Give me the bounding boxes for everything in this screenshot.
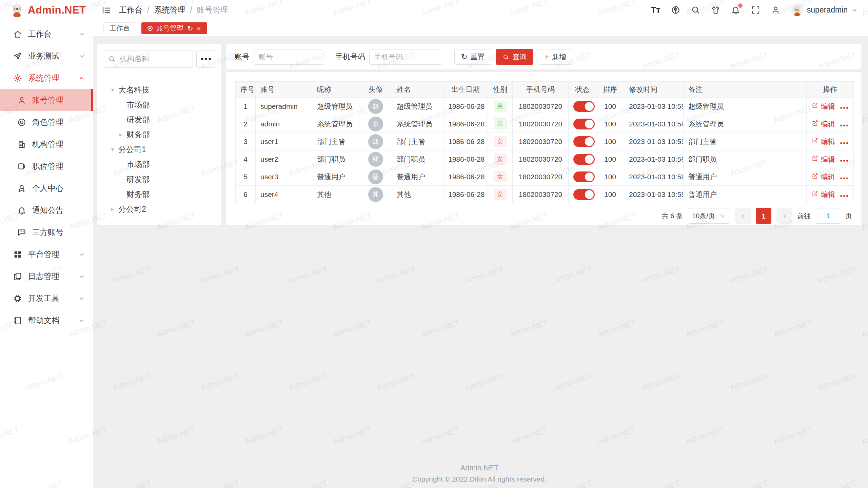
sidebar-item-position-mgmt[interactable]: 职位管理 [0, 155, 93, 177]
tree-node[interactable]: 财务部 [101, 187, 218, 202]
tree-node[interactable]: 研发部 [101, 172, 218, 187]
sidebar-item-business-test[interactable]: 业务测试 [0, 45, 93, 67]
edit-button[interactable]: 编辑 [811, 137, 835, 146]
search-icon[interactable] [691, 5, 701, 15]
font-size-icon[interactable]: Tт [651, 5, 660, 15]
notification-icon[interactable] [731, 5, 741, 15]
tree-node[interactable]: 市场部 [101, 157, 218, 172]
more-actions-icon[interactable]: ●●● [840, 176, 849, 181]
tags-bar: 工作台账号管理↻× [93, 20, 868, 36]
prev-page-button[interactable]: ‹ [735, 208, 751, 224]
tree-expand-icon[interactable]: ▸ [116, 131, 125, 138]
breadcrumb-item[interactable]: 工作台 [119, 5, 142, 15]
tree-node[interactable]: ▸财务部 [101, 127, 218, 142]
edit-button[interactable]: 编辑 [811, 119, 835, 129]
more-actions-icon[interactable]: ●●● [840, 193, 849, 198]
org-tree-header: ●●● [97, 44, 221, 74]
org-more-button[interactable]: ●●● [196, 50, 216, 68]
cell-status [569, 133, 596, 150]
cell-gender: 女 [488, 168, 513, 186]
cell-remark: 普通用户 [684, 186, 807, 203]
cell-action: 编辑●●● [807, 168, 854, 186]
sidebar-item-help-docs[interactable]: 帮助文档 [0, 309, 93, 331]
status-toggle[interactable] [573, 101, 595, 112]
sidebar-item-dev-tools[interactable]: 开发工具 [0, 287, 93, 309]
gender-badge: 女 [494, 171, 507, 182]
tree-node[interactable]: ▸分公司2 [101, 202, 218, 217]
cell-avatar: 其 [359, 186, 392, 203]
sidebar-item-personal-center[interactable]: 个人中心 [0, 177, 93, 199]
sidebar-item-account-mgmt[interactable]: 账号管理 [0, 89, 93, 111]
table-row: 5user3普通用户普普通用户1986-06-28女18020030720100… [236, 168, 854, 186]
breadcrumb-item[interactable]: 系统管理 [154, 5, 185, 15]
edit-button[interactable]: 编辑 [811, 172, 835, 182]
page-size-select[interactable]: 10条/页 [688, 208, 730, 224]
status-toggle[interactable] [573, 119, 595, 129]
breadcrumb: 工作台/系统管理/账号管理 [119, 5, 228, 15]
tab-workbench[interactable]: 工作台 [103, 22, 136, 34]
edit-button[interactable]: 编辑 [811, 155, 835, 164]
sidebar-item-org-mgmt[interactable]: 机构管理 [0, 133, 93, 155]
tree-node[interactable]: 研发部 [101, 112, 218, 127]
chevron-down-icon [78, 295, 85, 302]
chat-icon [17, 228, 26, 237]
cell-nickname: 普通用户 [312, 168, 359, 186]
cell-name: 系统管理员 [392, 115, 443, 133]
cell-action: 编辑●●● [807, 150, 854, 168]
sidebar-item-platform-mgmt[interactable]: 平台管理 [0, 243, 93, 265]
fullscreen-icon[interactable] [751, 5, 761, 15]
cell-index: 1 [236, 98, 256, 115]
edit-button[interactable]: 编辑 [811, 102, 835, 111]
more-actions-icon[interactable]: ●●● [840, 105, 849, 110]
table-row: 1superadmin超级管理员超超级管理员1986-06-28男1802003… [236, 98, 854, 115]
tree-node[interactable]: 市场部 [101, 97, 218, 112]
cell-avatar: 部 [359, 133, 392, 150]
cell-account: user3 [256, 168, 312, 186]
status-toggle[interactable] [573, 171, 595, 182]
sidebar-item-third-party-account[interactable]: 三方账号 [0, 221, 93, 243]
sidebar-item-workbench[interactable]: 工作台 [0, 23, 93, 45]
tree-node[interactable]: ▾大名科技 [101, 82, 218, 97]
sidebar-item-role-mgmt[interactable]: 角色管理 [0, 111, 93, 133]
sidebar-item-system-mgmt[interactable]: 系统管理 [0, 67, 93, 89]
org-tree: ▾大名科技市场部研发部▸财务部▾分公司1市场部研发部财务部▸分公司2 [97, 74, 221, 225]
org-search-input[interactable] [119, 55, 188, 63]
sidebar-item-log-mgmt[interactable]: 日志管理 [0, 265, 93, 287]
edit-button[interactable]: 编辑 [811, 190, 835, 199]
more-actions-icon[interactable]: ●●● [840, 123, 849, 128]
account-input[interactable] [254, 49, 323, 65]
phone-input[interactable] [369, 49, 442, 65]
tab-account-mgmt[interactable]: 账号管理↻× [141, 22, 207, 34]
status-toggle[interactable] [573, 189, 595, 200]
more-actions-icon[interactable]: ●●● [840, 158, 849, 163]
sidebar-item-notice[interactable]: 通知公告 [0, 199, 93, 221]
language-icon[interactable] [671, 5, 680, 15]
sidebar-item-label: 日志管理 [28, 271, 59, 282]
tree-node[interactable]: ▾分公司1 [101, 142, 218, 157]
tree-expand-icon[interactable]: ▾ [108, 86, 117, 94]
breadcrumb-item: 账号管理 [197, 5, 228, 15]
more-icon: ●●● [200, 56, 212, 62]
active-tab-dot-icon [147, 26, 153, 31]
goto-page-input[interactable] [816, 208, 840, 224]
add-button[interactable]: + 新增 [538, 49, 573, 65]
theme-icon[interactable] [711, 5, 721, 15]
page-1-button[interactable]: 1 [756, 208, 771, 224]
cell-birthday: 1986-06-28 [443, 186, 488, 203]
status-toggle[interactable] [573, 154, 595, 165]
reset-button[interactable]: ↻ 重置 [454, 49, 491, 65]
next-page-button[interactable]: › [776, 208, 792, 224]
grid-icon [13, 250, 22, 259]
search-button[interactable]: 查询 [496, 49, 533, 65]
app-logo[interactable]: Admin.NET [0, 0, 93, 20]
menu-fold-icon[interactable] [101, 5, 112, 15]
app-title: Admin.NET [28, 4, 86, 16]
close-icon[interactable]: × [197, 25, 201, 32]
refresh-icon[interactable]: ↻ [187, 25, 193, 32]
status-toggle[interactable] [573, 136, 595, 147]
user-menu[interactable]: superadmin [791, 4, 858, 17]
tree-expand-icon[interactable]: ▾ [108, 146, 117, 153]
tree-expand-icon[interactable]: ▸ [108, 205, 117, 213]
more-actions-icon[interactable]: ●●● [840, 140, 849, 145]
profile-icon[interactable] [771, 5, 781, 15]
